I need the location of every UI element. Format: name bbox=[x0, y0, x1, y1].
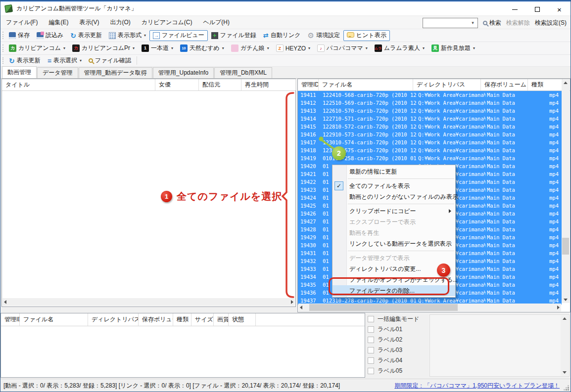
chevron-down-icon[interactable]: ▾ bbox=[423, 46, 425, 50]
tab-管理用_動画データ取得[interactable]: 管理用_動画データ取得 bbox=[79, 67, 152, 78]
scroll-left-icon[interactable] bbox=[4, 300, 6, 304]
table-row[interactable]: 19418123110-575-carib-720p (2010 12 3...… bbox=[298, 146, 562, 154]
checkbox-5[interactable] bbox=[368, 368, 374, 374]
chevron-down-icon[interactable]: ▾ bbox=[308, 46, 310, 50]
scroll-down-icon[interactable] bbox=[564, 299, 568, 301]
checkbox-1[interactable] bbox=[368, 326, 374, 333]
resize-grip[interactable] bbox=[568, 389, 569, 391]
toolbar-button-fileview[interactable]: →ファイルビュー bbox=[149, 30, 208, 41]
search-button[interactable]: 検索 bbox=[483, 19, 501, 27]
toolbar-button-refresh[interactable]: ↻表示更新 bbox=[5, 55, 44, 66]
menu-item-3[interactable]: 出力(O) bbox=[104, 16, 136, 29]
context-menu-item-3[interactable]: 動画とのリンクがないファイルのみ表示 bbox=[333, 191, 455, 202]
column-header-7[interactable]: 状態 bbox=[229, 313, 256, 326]
memo-vscrollbar[interactable] bbox=[561, 315, 569, 376]
column-header-4[interactable]: 種類 bbox=[173, 313, 191, 326]
table-row[interactable]: 19417123010-574-carib-720p (2010 12 3...… bbox=[298, 138, 562, 146]
context-menu-item-13[interactable]: ファイルデータの削除... bbox=[333, 285, 455, 296]
search-settings-button[interactable]: 検索設定(S) bbox=[535, 19, 567, 27]
context-menu-item-2[interactable]: 全てのファイルを表示✓ bbox=[333, 180, 455, 191]
column-header-3[interactable]: 保存ボリューム bbox=[481, 79, 528, 90]
toolbar-button-site[interactable]: 10天然むすめ▾ bbox=[177, 43, 228, 54]
toolbar-button-load[interactable]: 読込み bbox=[33, 30, 67, 41]
toolbar-button-site[interactable]: カカリビアンコム▾ bbox=[5, 43, 69, 54]
table-row[interactable]: 19419010110-258-carib-720p (2010 01 0...… bbox=[298, 154, 562, 162]
chevron-down-icon[interactable]: ▾ bbox=[267, 46, 269, 50]
chevron-down-icon[interactable]: ▾ bbox=[133, 46, 135, 50]
chevron-down-icon[interactable]: ▾ bbox=[222, 46, 224, 50]
search-clear-button[interactable]: 検索解除 bbox=[506, 19, 530, 27]
toolbar-button-register[interactable]: +ファイル登録 bbox=[208, 30, 260, 41]
column-header-4[interactable]: 種類 bbox=[528, 79, 563, 90]
column-header-2[interactable]: ディレクトリパス bbox=[88, 313, 139, 326]
maximize-button[interactable] bbox=[526, 2, 548, 16]
toolbar-button-autolink[interactable]: ⇄自動リンク bbox=[260, 30, 304, 41]
chevron-down-icon[interactable]: ▾ bbox=[366, 46, 368, 50]
toolbar-button-grid[interactable]: 表示形式▾ bbox=[105, 30, 149, 41]
scroll-up-icon[interactable] bbox=[564, 82, 568, 84]
column-header-1[interactable]: ファイル名 bbox=[319, 79, 413, 90]
column-header-1[interactable]: 女優 bbox=[155, 79, 199, 90]
chevron-down-icon[interactable]: ▾ bbox=[171, 46, 173, 50]
menu-item-4[interactable]: カリビアンコム(C) bbox=[136, 16, 198, 29]
toolbar-button-listsel[interactable]: ≡表示選択▾ bbox=[44, 55, 85, 66]
toolbar-button-site[interactable]: 1一本道▾ bbox=[138, 43, 177, 54]
context-menu-item-0[interactable]: 最新の情報に更新 bbox=[333, 166, 455, 177]
table-row[interactable]: 19416122910-573-carib-720p (2010 12 2...… bbox=[298, 131, 562, 138]
context-menu-item-12[interactable]: ファイルがオンラインかチェックする... bbox=[333, 274, 455, 285]
file-list-hscrollbar[interactable] bbox=[298, 304, 561, 311]
menu-item-1[interactable]: 編集(E) bbox=[43, 16, 74, 29]
scroll-up-icon[interactable] bbox=[563, 317, 567, 320]
checkbox-0[interactable] bbox=[368, 316, 374, 322]
context-menu-item-8[interactable]: リンクしている動画データを選択表示 bbox=[333, 238, 455, 249]
video-list-hscrollbar[interactable] bbox=[2, 298, 295, 306]
context-menu-item-11[interactable]: ディレクトリパスの変更... bbox=[333, 263, 455, 274]
column-header-0[interactable]: 管理ID^ bbox=[298, 79, 319, 90]
menu-item-2[interactable]: 表示(V) bbox=[74, 16, 104, 29]
tab-データ管理[interactable]: データ管理 bbox=[37, 67, 78, 78]
search-input[interactable]: ▾ bbox=[423, 18, 478, 28]
toolbar-button-site[interactable]: 見新作見放題▾ bbox=[428, 43, 478, 54]
column-header-2[interactable]: ディレクトリパス bbox=[413, 79, 481, 90]
menu-item-5[interactable]: ヘルプ(H) bbox=[197, 16, 235, 29]
checkbox-4[interactable] bbox=[368, 357, 374, 364]
promo-link[interactable]: 期間限定：「パコパコママ」1,950円安いライトプラン登場！ bbox=[394, 382, 560, 390]
column-header-2[interactable]: 配信元 bbox=[199, 79, 241, 90]
table-row[interactable]: 19413122610-570-carib-720p (2010 12 2...… bbox=[298, 107, 562, 115]
scroll-right-icon[interactable] bbox=[557, 305, 560, 309]
chevron-down-icon[interactable]: ▾ bbox=[473, 46, 475, 50]
menu-item-0[interactable]: ファイル(F) bbox=[0, 16, 43, 29]
toolbar-button-save[interactable]: 保存 bbox=[5, 30, 33, 41]
tab-管理用_UpdateInfo[interactable]: 管理用_UpdateInfo bbox=[153, 67, 214, 78]
context-menu-item-5[interactable]: クリップボードにコピー bbox=[333, 206, 455, 217]
chevron-down-icon[interactable]: ▾ bbox=[144, 33, 146, 38]
chevron-down-icon[interactable]: ▾ bbox=[63, 46, 65, 50]
column-header-0[interactable]: 管理ID^ bbox=[1, 313, 20, 326]
table-row[interactable]: 19412122510-569-carib-720p (2010 12 2...… bbox=[298, 99, 562, 107]
toolbar-button-settings[interactable]: ⚙環境設定 bbox=[304, 30, 343, 41]
tab-動画管理[interactable]: 動画管理 bbox=[2, 66, 37, 78]
table-row[interactable]: 19415122810-572-carib-720p (2010 12 2...… bbox=[298, 123, 562, 131]
vscroll-thumb[interactable] bbox=[562, 238, 569, 255]
file-list-vscrollbar[interactable] bbox=[562, 80, 570, 303]
scroll-left-icon[interactable] bbox=[300, 305, 302, 309]
column-header-3[interactable]: 保存ボリューム bbox=[139, 313, 173, 326]
memo-box[interactable] bbox=[429, 314, 570, 377]
tab-管理用_Db用XML[interactable]: 管理用_Db用XML bbox=[214, 67, 272, 78]
toolbar-button-site[interactable]: ムラムラムラ素人▾ bbox=[371, 43, 428, 54]
minimize-button[interactable] bbox=[504, 2, 526, 16]
column-header-0[interactable]: タイトル bbox=[2, 79, 155, 90]
toolbar-button-site[interactable]: ガチん娘▾ bbox=[228, 43, 273, 54]
scroll-down-icon[interactable] bbox=[563, 371, 567, 374]
toolbar-button-site[interactable]: ZHEYZO▾ bbox=[273, 43, 314, 54]
table-row[interactable]: 19411122410-568-carib-720p (2010 12 2...… bbox=[298, 91, 562, 99]
chevron-down-icon[interactable]: ▾ bbox=[469, 19, 477, 27]
scroll-right-icon[interactable] bbox=[291, 300, 293, 304]
checkbox-2[interactable] bbox=[368, 337, 374, 343]
toolbar-button-refresh[interactable]: ↻表示更新 bbox=[67, 30, 105, 41]
toolbar-button-site[interactable]: カカリビアンコムPr▾ bbox=[69, 43, 138, 54]
toolbar-button-hint[interactable]: ヒント表示 bbox=[343, 30, 390, 41]
column-header-6[interactable]: 画質 bbox=[214, 313, 229, 326]
table-row[interactable]: 19414122710-571-carib-720p (2010 12 2...… bbox=[298, 115, 562, 123]
hscroll-thumb[interactable] bbox=[309, 304, 458, 311]
